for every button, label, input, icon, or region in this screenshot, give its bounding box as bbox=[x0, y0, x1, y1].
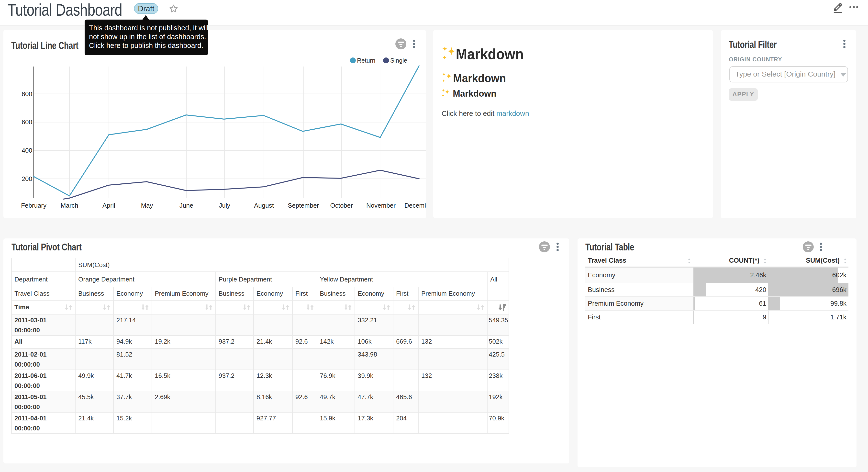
svg-text:April: April bbox=[102, 202, 115, 209]
svg-text:200: 200 bbox=[22, 175, 32, 182]
svg-text:Return: Return bbox=[357, 57, 375, 64]
svg-text:August: August bbox=[254, 202, 274, 209]
svg-text:400: 400 bbox=[22, 147, 32, 154]
svg-text:November: November bbox=[366, 202, 396, 209]
svg-text:June: June bbox=[180, 202, 193, 209]
svg-text:December: December bbox=[404, 202, 426, 209]
svg-text:February: February bbox=[21, 202, 46, 209]
svg-text:March: March bbox=[61, 202, 78, 209]
svg-text:September: September bbox=[288, 202, 319, 209]
svg-text:800: 800 bbox=[22, 90, 32, 97]
svg-text:600: 600 bbox=[22, 118, 32, 126]
svg-text:Single: Single bbox=[390, 57, 407, 64]
svg-text:July: July bbox=[219, 202, 230, 209]
svg-text:May: May bbox=[141, 202, 153, 209]
svg-text:October: October bbox=[330, 202, 353, 209]
